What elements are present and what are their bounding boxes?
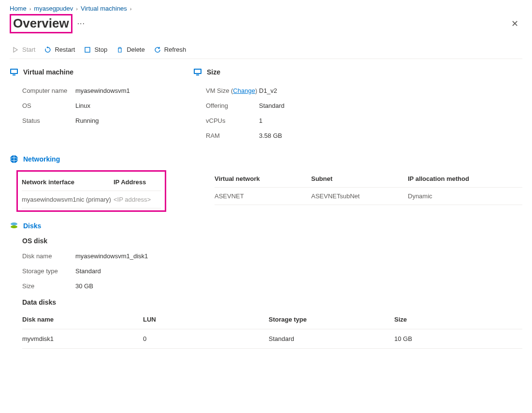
svg-rect-2 (11, 70, 17, 73)
os-disk-storage-value: Standard (75, 267, 101, 275)
vm-icon (193, 68, 202, 76)
vm-section-header: Virtual machine (10, 68, 174, 76)
vcpus-label: vCPUs (206, 117, 259, 124)
chevron-right-icon: › (29, 6, 31, 12)
stop-button[interactable]: Stop (84, 46, 107, 54)
restart-label: Restart (55, 46, 75, 53)
data-disks-table: Disk name LUN Storage type Size myvmdisk… (22, 310, 522, 349)
breadcrumb-home[interactable]: Home (10, 5, 27, 12)
start-button[interactable]: Start (12, 46, 35, 54)
toolbar: Start Restart Stop Delete Refresh (10, 42, 522, 59)
offering-label: Offering (206, 102, 259, 109)
svg-rect-6 (196, 74, 199, 75)
os-disk-title: OS disk (10, 237, 522, 245)
network-icon (10, 155, 18, 163)
net-header-vnet: Virtual network (215, 175, 311, 182)
svg-rect-3 (13, 74, 15, 75)
status-value: Running (75, 117, 99, 124)
net-header-ip: IP Address (114, 178, 146, 186)
net-vnet-value: ASEVNET (215, 192, 311, 200)
more-menu-icon[interactable]: ··· (77, 19, 85, 28)
svg-rect-0 (85, 47, 90, 52)
dd-header-size: Size (394, 316, 522, 323)
ram-label: RAM (206, 132, 259, 139)
vmsize-value: D1_v2 (259, 87, 277, 94)
os-disk-name-value: myasewindowsvm1_disk1 (75, 252, 148, 260)
breadcrumb-vms[interactable]: Virtual machines (81, 5, 127, 12)
stop-icon (84, 46, 91, 54)
offering-value: Standard (259, 102, 285, 109)
stop-label: Stop (94, 46, 107, 53)
os-disk-size-value: 30 GB (75, 282, 93, 290)
data-disk-row[interactable]: myvmdisk1 0 Standard 10 GB (22, 329, 522, 349)
delete-icon (116, 46, 124, 54)
net-header-alloc: IP allocation method (408, 175, 522, 182)
page-title: Overview (10, 14, 72, 33)
disks-title: Disks (23, 222, 41, 230)
change-size-link[interactable]: Change (233, 87, 255, 94)
disks-section-header[interactable]: Disks (10, 221, 522, 230)
ram-value: 3.58 GB (259, 132, 282, 139)
net-alloc-value: Dynamic (408, 192, 522, 200)
dd-size-value: 10 GB (394, 335, 522, 342)
size-section-header: Size (193, 68, 358, 76)
dd-storage-value: Standard (269, 335, 394, 342)
delete-label: Delete (127, 46, 145, 53)
dd-lun-value: 0 (143, 335, 269, 342)
networking-title: Networking (23, 155, 60, 163)
net-header-nic: Network interface (22, 178, 114, 186)
computer-name-value: myasewindowsvm1 (75, 87, 130, 94)
svg-rect-5 (195, 70, 201, 73)
os-disk-storage-label: Storage type (22, 267, 75, 275)
network-table: Network interface IP Address myasewindow… (22, 170, 522, 212)
breadcrumb-resource[interactable]: myasegpudev (34, 5, 73, 12)
os-disk-name-label: Disk name (22, 252, 75, 260)
os-value: Linux (75, 102, 90, 109)
chevron-right-icon: › (130, 6, 132, 12)
dd-header-name: Disk name (22, 316, 143, 323)
dd-name-value: myvmdisk1 (22, 335, 143, 342)
net-ip-value: <IP address> (114, 196, 151, 203)
net-header-subnet: Subnet (311, 175, 408, 182)
svg-point-9 (11, 222, 17, 225)
size-section-title: Size (207, 68, 220, 76)
data-disks-title: Data disks (10, 298, 522, 306)
net-subnet-value: ASEVNETsubNet (311, 192, 408, 200)
status-label: Status (22, 117, 75, 124)
networking-section-header[interactable]: Networking (10, 155, 522, 163)
os-disk-size-label: Size (22, 282, 75, 290)
vcpus-value: 1 (259, 117, 262, 124)
svg-point-10 (11, 225, 17, 228)
disks-icon (10, 221, 18, 230)
delete-button[interactable]: Delete (116, 46, 145, 54)
breadcrumb: Home › myasegpudev › Virtual machines › (10, 5, 522, 12)
dd-header-storage: Storage type (269, 316, 394, 323)
chevron-right-icon: › (76, 6, 78, 12)
play-icon (12, 46, 19, 54)
computer-name-label: Computer name (22, 87, 75, 94)
refresh-icon (154, 46, 161, 54)
vm-icon (10, 68, 18, 76)
vmsize-label: VM Size (Change) (206, 87, 259, 94)
refresh-label: Refresh (164, 46, 187, 53)
dd-header-lun: LUN (143, 316, 269, 323)
close-icon[interactable]: ✕ (507, 16, 522, 31)
net-nic-value: myasewindowsvm1nic (primary) (22, 196, 114, 203)
refresh-button[interactable]: Refresh (154, 46, 187, 54)
restart-button[interactable]: Restart (44, 46, 75, 54)
restart-icon (44, 46, 52, 54)
vm-section-title: Virtual machine (23, 68, 73, 76)
start-label: Start (22, 46, 35, 53)
os-label: OS (22, 102, 75, 109)
